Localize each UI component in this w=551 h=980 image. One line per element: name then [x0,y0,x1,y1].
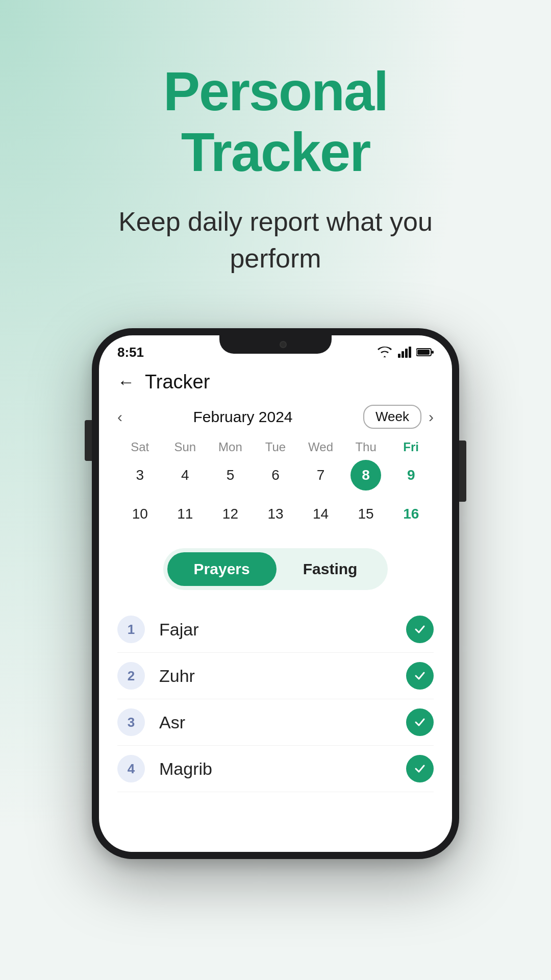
cal-cell-11[interactable]: 11 [163,498,208,530]
calendar-day-names: Sat Sun Mon Tue Wed Thu Fri [117,440,434,454]
cal-cell-14[interactable]: 14 [298,498,343,530]
cal-date-14: 14 [306,499,336,529]
calendar-row-1: 3 4 5 6 7 8 9 [117,459,434,491]
next-month-button[interactable]: › [429,408,434,426]
cal-date-5: 5 [215,460,245,491]
cal-date-12: 12 [215,499,245,529]
page: PersonalTracker Keep daily report what y… [0,0,551,980]
check-asr[interactable] [406,708,434,736]
svg-rect-6 [432,351,434,354]
svg-rect-2 [405,349,408,358]
day-name-sat: Sat [117,440,163,454]
calendar-month-year: February 2024 [193,408,292,426]
battery-icon [416,348,434,357]
cal-cell-15[interactable]: 15 [343,498,389,530]
status-time: 8:51 [117,345,144,360]
cal-date-7: 7 [306,460,336,491]
prayer-num-1: 1 [117,616,145,643]
svg-rect-0 [398,354,400,358]
cal-date-8: 8 [350,460,381,491]
cal-date-6: 6 [260,460,291,491]
cal-cell-13[interactable]: 13 [253,498,298,530]
tab-fasting[interactable]: Fasting [277,552,384,586]
back-button[interactable]: ← [117,373,135,390]
cal-cell-12[interactable]: 12 [208,498,253,530]
cal-cell-5[interactable]: 5 [208,459,253,491]
prayer-name-zuhr: Zuhr [159,666,406,686]
cal-date-11: 11 [170,499,201,529]
phone-notch [219,335,332,354]
prayer-num-2: 2 [117,662,145,690]
day-name-sun: Sun [163,440,208,454]
check-zuhr[interactable] [406,662,434,690]
prayer-name-asr: Asr [159,713,406,732]
cal-cell-7[interactable]: 7 [298,459,343,491]
cal-cell-10[interactable]: 10 [117,498,163,530]
camera-notch [280,341,287,348]
day-name-thu: Thu [343,440,389,454]
app-title: Tracker [145,371,210,393]
phone-inner: 8:51 [99,335,452,852]
phone-mockup: 8:51 [92,328,459,859]
cal-date-3: 3 [124,460,155,491]
cal-cell-3[interactable]: 3 [117,459,163,491]
prayer-name-fajar: Fajar [159,620,406,640]
tab-toggle-wrapper: Prayers Fasting [117,537,434,601]
day-name-wed: Wed [298,440,343,454]
svg-rect-1 [402,351,404,358]
cal-cell-8[interactable]: 8 [343,459,389,491]
phone-outer: 8:51 [92,328,459,859]
week-label: Week [375,409,409,425]
checkmark-icon [413,762,427,776]
prayer-num-3: 3 [117,708,145,736]
cal-cell-6[interactable]: 6 [253,459,298,491]
prev-month-button[interactable]: ‹ [117,408,122,426]
cal-date-15: 15 [350,499,381,529]
cal-date-4: 4 [170,460,201,491]
check-magrib[interactable] [406,755,434,782]
day-name-tue: Tue [253,440,298,454]
app-header: ← Tracker [117,364,434,400]
cal-cell-16[interactable]: 16 [388,498,434,530]
cal-date-10: 10 [124,499,155,529]
calendar-nav: ‹ February 2024 Week › [117,405,434,429]
prayer-item-fajar: 1 Fajar [117,606,434,653]
page-title: PersonalTracker [163,61,388,183]
svg-rect-3 [409,347,411,358]
day-name-fri: Fri [388,440,434,454]
prayer-list: 1 Fajar 2 Zuhr [117,606,434,792]
cal-cell-4[interactable]: 4 [163,459,208,491]
cal-cell-9[interactable]: 9 [388,459,434,491]
status-icons [377,347,434,358]
checkmark-icon [413,622,427,636]
tab-prayers[interactable]: Prayers [167,552,277,586]
prayer-num-4: 4 [117,755,145,782]
check-fajar[interactable] [406,616,434,643]
wifi-icon [377,347,393,358]
cal-date-13: 13 [260,499,291,529]
prayers-fasting-toggle: Prayers Fasting [163,548,388,590]
week-toggle[interactable]: Week [363,405,421,429]
page-subtitle: Keep daily report what you perform [97,203,454,278]
svg-rect-5 [417,350,430,355]
prayer-item-zuhr: 2 Zuhr [117,653,434,699]
checkmark-icon [413,715,427,729]
calendar-row-2: 10 11 12 13 14 15 16 [117,498,434,530]
app-content: ← Tracker ‹ February 2024 Week › [99,364,452,792]
prayer-item-magrib: 4 Magrib [117,746,434,792]
checkmark-icon [413,669,427,683]
day-name-mon: Mon [208,440,253,454]
signal-icon [398,347,411,358]
prayer-item-asr: 3 Asr [117,699,434,746]
cal-date-16: 16 [396,499,427,529]
prayer-name-magrib: Magrib [159,759,406,779]
cal-date-9: 9 [396,460,427,491]
